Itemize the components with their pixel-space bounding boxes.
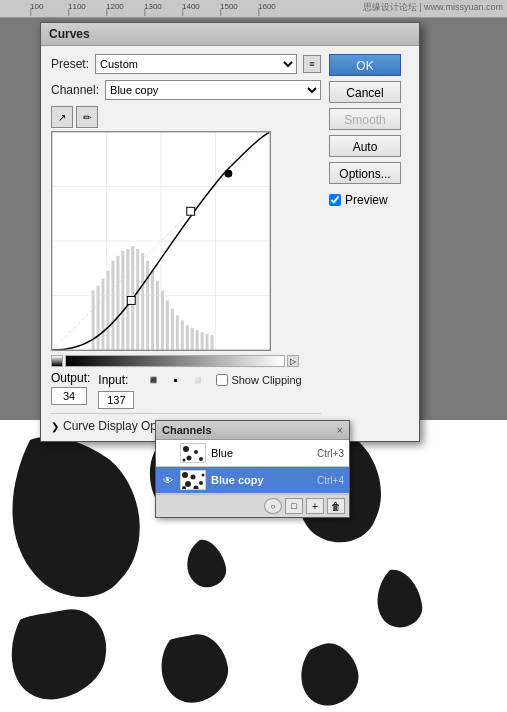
auto-button[interactable]: Auto [329, 135, 401, 157]
ruler-marks: 100 1100 1200 1300 1400 1500 1600 [30, 2, 296, 11]
delete-channel-btn[interactable]: 🗑 [327, 498, 345, 514]
preview-row: Preview [329, 193, 409, 207]
curve-draw-tool[interactable]: ↗ [51, 106, 73, 128]
smooth-button[interactable]: Smooth [329, 108, 401, 130]
curve-pencil-tool[interactable]: ✏ [76, 106, 98, 128]
svg-rect-20 [181, 320, 184, 350]
output-value[interactable] [51, 387, 87, 405]
ruler-mark: 1500 [220, 2, 258, 11]
eyedropper-white-button[interactable]: ◽ [188, 371, 206, 389]
svg-rect-4 [102, 279, 105, 350]
svg-rect-12 [141, 253, 144, 350]
vertical-gradient-bar [51, 355, 63, 367]
svg-rect-17 [166, 300, 169, 350]
preview-label: Preview [345, 193, 388, 207]
eyedropper-black-button[interactable]: ◾ [144, 371, 162, 389]
cancel-button[interactable]: Cancel [329, 81, 401, 103]
input-value[interactable] [98, 391, 134, 409]
svg-point-46 [191, 475, 196, 480]
channel-shortcut-blue-copy: Ctrl+4 [317, 475, 344, 486]
svg-rect-26 [211, 335, 214, 350]
preview-checkbox[interactable] [329, 194, 341, 206]
svg-rect-35 [187, 207, 195, 215]
dialog-left: Preset: Custom ≡ Channel: Blue copy ↗ ✏ [51, 54, 321, 433]
svg-point-50 [182, 486, 186, 490]
svg-rect-34 [127, 296, 135, 304]
output-label: Output: [51, 371, 90, 385]
svg-point-36 [224, 170, 232, 178]
channels-panel-titlebar: Channels × [156, 421, 349, 440]
channels-panel: Channels × Blue Ctrl+3 👁 [155, 420, 350, 518]
channel-thumb-blue-copy [180, 470, 206, 490]
svg-rect-18 [171, 308, 174, 350]
dotted-circle-btn[interactable]: ○ [264, 498, 282, 514]
gradient-expand-btn[interactable]: ▷ [287, 355, 299, 367]
channel-label: Channel: [51, 83, 99, 97]
svg-rect-5 [107, 271, 110, 350]
channel-eye-blue-copy[interactable]: 👁 [161, 473, 175, 487]
svg-rect-2 [92, 291, 95, 350]
channels-panel-toolbar: ○ □ + 🗑 [156, 494, 349, 517]
channel-select[interactable]: Blue copy [105, 80, 321, 100]
svg-point-47 [185, 481, 191, 487]
horizontal-gradient-bar [65, 355, 285, 367]
svg-rect-6 [111, 261, 114, 350]
dialog-titlebar: Curves [41, 23, 419, 46]
eyedropper-row: ◾ ▪ ◽ [144, 371, 206, 389]
svg-point-42 [199, 457, 203, 461]
show-clipping: Show Clipping [216, 374, 301, 386]
ruler-mark: 100 [30, 2, 68, 11]
save-selection-btn[interactable]: □ [285, 498, 303, 514]
ruler-mark: 1300 [144, 2, 182, 11]
channel-name-blue-copy: Blue copy [211, 474, 312, 486]
svg-rect-23 [196, 330, 199, 350]
svg-rect-22 [191, 328, 194, 350]
graph-tools: ↗ ✏ [51, 106, 321, 128]
svg-rect-14 [151, 271, 154, 350]
channel-selector-row: Channel: Blue copy [51, 80, 321, 100]
preset-select[interactable]: Custom [95, 54, 297, 74]
dialog-body: Preset: Custom ≡ Channel: Blue copy ↗ ✏ [41, 46, 419, 441]
svg-rect-7 [116, 256, 119, 350]
svg-point-48 [199, 481, 203, 485]
ruler-mark: 1200 [106, 2, 144, 11]
dialog-title: Curves [49, 27, 90, 41]
show-clipping-checkbox[interactable] [216, 374, 228, 386]
options-button[interactable]: Options... [329, 162, 401, 184]
svg-rect-8 [121, 251, 124, 350]
channel-eye-blue[interactable] [161, 446, 175, 460]
svg-point-40 [194, 450, 198, 454]
new-channel-btn[interactable]: + [306, 498, 324, 514]
channels-panel-close[interactable]: × [337, 424, 343, 436]
show-clipping-label: Show Clipping [231, 374, 301, 386]
eyedropper-gray-button[interactable]: ▪ [166, 371, 184, 389]
channel-thumb-blue [180, 443, 206, 463]
channel-row-blue-copy[interactable]: 👁 Blue copy Ctrl+4 [156, 467, 349, 494]
ruler-mark: 1400 [182, 2, 220, 11]
ok-button[interactable]: OK [329, 54, 401, 76]
curves-graph[interactable] [51, 131, 271, 351]
channel-row-blue[interactable]: Blue Ctrl+3 [156, 440, 349, 467]
preset-menu-button[interactable]: ≡ [303, 55, 321, 73]
watermark: 思缘设计论坛 | www.missyuan.com [359, 0, 507, 15]
svg-rect-13 [146, 261, 149, 350]
svg-point-45 [182, 472, 188, 478]
input-section: Input: ◾ ▪ ◽ Show Clipping [98, 371, 301, 409]
input-label: Input: [98, 373, 128, 387]
curve-display-expand[interactable]: ❯ [51, 421, 59, 432]
channel-shortcut-blue: Ctrl+3 [317, 448, 344, 459]
ruler-mark: 1600 [258, 2, 296, 11]
output-col: Output: [51, 371, 90, 405]
svg-rect-15 [156, 281, 159, 350]
curves-dialog: Curves Preset: Custom ≡ Channel: Blue co… [40, 22, 420, 442]
svg-point-39 [183, 446, 189, 452]
channels-panel-title: Channels [162, 424, 212, 436]
channel-name-blue: Blue [211, 447, 312, 459]
dialog-right: OK Cancel Smooth Auto Options... Preview [329, 54, 409, 433]
svg-point-43 [183, 459, 186, 462]
svg-rect-24 [201, 332, 204, 350]
svg-point-51 [202, 474, 205, 477]
input-output-section: Output: Input: ◾ ▪ ◽ Show Clipping [51, 371, 321, 409]
svg-rect-19 [176, 315, 179, 350]
preset-label: Preset: [51, 57, 89, 71]
